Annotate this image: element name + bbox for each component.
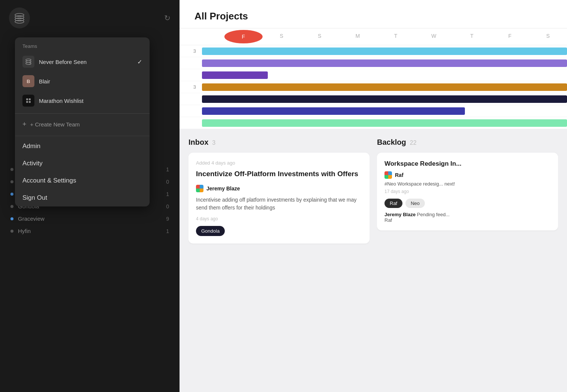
- inbox-card-meta: Added 4 days ago: [196, 160, 362, 166]
- project-count-cuebox: 1: [166, 191, 169, 197]
- svg-point-4: [26, 59, 31, 61]
- backlog-tag-neo[interactable]: Neo: [405, 199, 425, 208]
- svg-point-6: [26, 63, 31, 65]
- inbox-card-body: Incentivise adding off platform investme…: [196, 196, 362, 212]
- gantt-bar-container-4: [202, 93, 567, 105]
- gantt-bar-1: [202, 59, 567, 67]
- page-title: All Projects: [194, 10, 552, 22]
- main-header: All Projects: [180, 0, 567, 28]
- gantt-label-0: 3: [180, 48, 202, 54]
- gantt-bar-container-6: [202, 117, 567, 129]
- sidebar: ↻ Teams Never Before Seen ✓ B Blair: [0, 0, 180, 392]
- backlog-title: Backlog: [377, 138, 406, 147]
- inbox-user-name: Jeremy Blaze: [206, 186, 240, 192]
- divider-1: [15, 113, 150, 114]
- backlog-card-user: Raf: [384, 171, 551, 179]
- gantt-bar-3: [202, 83, 567, 91]
- backlog-mention-name: Jeremy Blaze: [384, 212, 416, 217]
- gantt-row-0: 3: [180, 45, 567, 57]
- team-item-never-before-seen[interactable]: Never Before Seen ✓: [15, 52, 150, 71]
- selected-checkmark: ✓: [137, 58, 142, 65]
- svg-rect-9: [26, 101, 28, 103]
- cal-day-2: S: [301, 28, 339, 45]
- gantt-bar-container-1: [202, 57, 567, 69]
- backlog-mention-sub: Raf: [384, 217, 392, 223]
- svg-rect-7: [26, 98, 28, 100]
- inbox-card-tag[interactable]: Gondola: [196, 226, 225, 236]
- gantt-row-4: [180, 93, 567, 105]
- calendar-header: F S S M T W T F S: [180, 28, 567, 45]
- plus-icon: +: [22, 120, 27, 128]
- inbox-card-user: Jeremy Blaze: [196, 185, 362, 192]
- project-count-hyfin: 1: [166, 228, 169, 234]
- backlog-panel: Backlog 22 Workspace Redesign In... Raf …: [377, 138, 558, 392]
- project-item-hyfin[interactable]: Hyfin 1: [9, 225, 171, 237]
- team-name-blair: Blair: [39, 78, 142, 85]
- cal-day-1: S: [263, 28, 301, 45]
- svg-rect-10: [29, 101, 31, 103]
- team-item-blair[interactable]: B Blair: [15, 71, 150, 91]
- svg-rect-8: [29, 98, 31, 100]
- refresh-icon[interactable]: ↻: [164, 13, 171, 22]
- logo-button[interactable]: [9, 7, 30, 28]
- team-name-never-before-seen: Never Before Seen: [39, 59, 133, 65]
- svg-point-3: [15, 20, 24, 23]
- cal-day-8: S: [529, 28, 567, 45]
- team-avatar-blair: B: [22, 75, 34, 87]
- project-bullet-blackroc: [10, 168, 13, 171]
- inbox-panel: Inbox 3 Added 4 days ago Incentivize Off…: [189, 138, 370, 392]
- inbox-card[interactable]: Added 4 days ago Incentivize Off-Platfor…: [189, 153, 370, 244]
- gantt-row-3: 3: [180, 81, 567, 93]
- backlog-tag-raf[interactable]: Raf: [384, 199, 402, 208]
- menu-item-sign-out[interactable]: Sign Out: [15, 189, 150, 206]
- menu-item-account-settings[interactable]: Account & Settings: [15, 172, 150, 189]
- backlog-card[interactable]: Workspace Redesign In... Raf #Neo Worksp…: [377, 153, 558, 230]
- inbox-card-timestamp: 4 days ago: [196, 216, 362, 221]
- cal-day-7: F: [491, 28, 529, 45]
- project-bullet-cuebox: [10, 193, 13, 196]
- gantt-row-5: [180, 105, 567, 117]
- cal-day-4: T: [377, 28, 415, 45]
- svg-point-5: [26, 61, 31, 63]
- gantt-bar-6: [202, 119, 567, 127]
- inbox-user-avatar: [196, 185, 203, 192]
- gantt-row-1: [180, 57, 567, 69]
- project-count-chronom: 0: [166, 179, 169, 185]
- team-item-marathon-wishlist[interactable]: Marathon Wishlist: [15, 91, 150, 110]
- gantt-bar-5: [202, 107, 465, 115]
- create-new-team-button[interactable]: + + Create New Team: [15, 117, 150, 134]
- backlog-user-avatar: [384, 171, 392, 179]
- project-bullet-graceview: [10, 217, 13, 220]
- main-content: All Projects F S S M T W T F S 3: [180, 0, 567, 392]
- menu-item-activity[interactable]: Activity: [15, 155, 150, 172]
- gantt-label-3: 3: [180, 84, 202, 90]
- gantt-bar-4: [202, 95, 567, 103]
- inbox-card-title: Incentivize Off-Platform Investments wit…: [196, 169, 362, 179]
- team-avatar-marathon-wishlist: [22, 95, 34, 107]
- inbox-title: Inbox: [189, 138, 208, 147]
- backlog-mention-text: Pending feed...: [417, 212, 450, 217]
- cal-day-0: F: [224, 30, 263, 43]
- backlog-tags-row: Raf Neo: [384, 199, 551, 208]
- project-bullet-gondola: [10, 205, 13, 208]
- gantt-rows: 3 3: [180, 45, 567, 129]
- backlog-card-body: #Neo Workspace redesig... next!: [384, 181, 551, 187]
- inbox-count: 3: [212, 140, 215, 146]
- project-bullet-chronom: [10, 180, 13, 183]
- project-count-gondola: 0: [166, 203, 169, 209]
- gantt-area: F S S M T W T F S 3: [180, 28, 567, 129]
- cal-day-3: M: [338, 28, 377, 45]
- project-item-graceview[interactable]: Graceview 9: [9, 212, 171, 225]
- teams-section-label: Teams: [15, 37, 150, 52]
- cal-day-5: W: [415, 28, 453, 45]
- gantt-bar-container-0: [202, 45, 567, 57]
- project-name-graceview: Graceview: [18, 215, 162, 222]
- gantt-bar-0: [202, 48, 567, 55]
- menu-item-admin[interactable]: Admin: [15, 138, 150, 155]
- never-before-seen-icon: [25, 58, 32, 65]
- team-name-marathon-wishlist: Marathon Wishlist: [39, 98, 142, 104]
- team-avatar-never-before-seen: [22, 56, 34, 68]
- cal-day-6: T: [453, 28, 491, 45]
- create-new-team-label: + Create New Team: [30, 121, 80, 128]
- project-bullet-hyfin: [10, 230, 13, 233]
